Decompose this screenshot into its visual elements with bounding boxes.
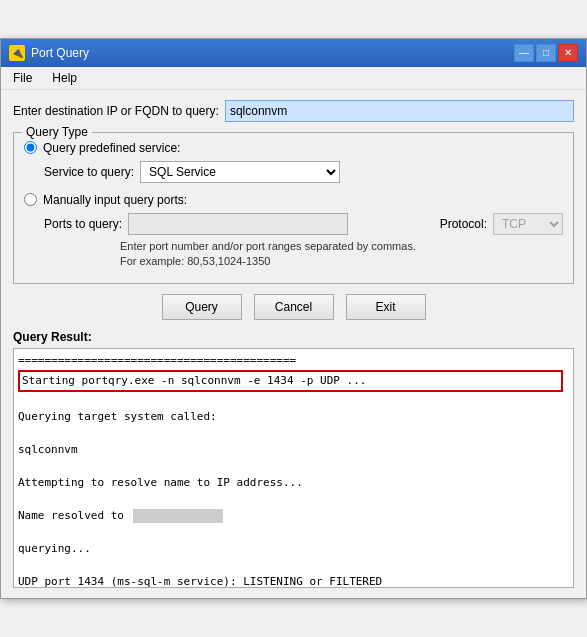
hint-line2: For example: 80,53,1024-1350 [120,254,563,269]
query-button[interactable]: Query [162,294,242,320]
result-line-5: sqlconnvm [18,442,569,459]
service-select[interactable]: SQL Service [140,161,340,183]
result-line-11: querying... [18,541,569,558]
result-box[interactable]: ========================================… [13,348,574,588]
result-line-7: Attempting to resolve name to IP address… [18,475,569,492]
menu-file[interactable]: File [5,69,40,87]
service-row: Service to query: SQL Service [44,161,563,183]
result-line-9: Name resolved to [18,508,569,525]
menu-help[interactable]: Help [44,69,85,87]
title-bar-left: 🔌 Port Query [9,45,89,61]
query-type-group: Query Type Query predefined service: Ser… [13,132,574,285]
menubar: File Help [1,67,586,90]
title-bar: 🔌 Port Query — □ ✕ [1,39,586,67]
group-box-title: Query Type [22,125,92,139]
result-line-13: UDP port 1434 (ms-sql-m service): LISTEN… [18,574,569,589]
protocol-label: Protocol: [440,217,487,231]
result-line-12 [18,557,569,574]
result-line-2 [18,392,569,409]
ports-row: Ports to query: Protocol: TCP [44,213,563,235]
ports-label: Ports to query: [44,217,122,231]
exit-button[interactable]: Exit [346,294,426,320]
result-line-6 [18,458,569,475]
result-line-0: ========================================… [18,353,569,370]
app-icon: 🔌 [9,45,25,61]
predefined-radio[interactable] [24,141,37,154]
title-controls: — □ ✕ [514,44,578,62]
result-label: Query Result: [13,330,574,344]
result-line-10 [18,524,569,541]
window-title: Port Query [31,46,89,60]
maximize-button[interactable]: □ [536,44,556,62]
ports-input[interactable] [128,213,348,235]
manual-radio-row: Manually input query ports: [24,193,563,207]
result-line-1: Starting portqry.exe -n sqlconnvm -e 143… [18,370,563,393]
result-line-8 [18,491,569,508]
manual-label[interactable]: Manually input query ports: [43,193,187,207]
predefined-radio-row: Query predefined service: [24,141,563,155]
buttons-row: Query Cancel Exit [13,294,574,320]
main-content: Enter destination IP or FQDN to query: Q… [1,90,586,599]
close-button[interactable]: ✕ [558,44,578,62]
service-label: Service to query: [44,165,134,179]
destination-label: Enter destination IP or FQDN to query: [13,104,219,118]
predefined-label[interactable]: Query predefined service: [43,141,180,155]
destination-row: Enter destination IP or FQDN to query: [13,100,574,122]
destination-input[interactable] [225,100,574,122]
hint-line1: Enter port number and/or port ranges sep… [120,239,563,254]
minimize-button[interactable]: — [514,44,534,62]
result-line-3: Querying target system called: [18,409,569,426]
hint-text: Enter port number and/or port ranges sep… [120,239,563,270]
ip-block [133,509,223,523]
manual-radio[interactable] [24,193,37,206]
result-line-4 [18,425,569,442]
main-window: 🔌 Port Query — □ ✕ File Help Enter desti… [0,38,587,600]
cancel-button[interactable]: Cancel [254,294,334,320]
protocol-select[interactable]: TCP [493,213,563,235]
